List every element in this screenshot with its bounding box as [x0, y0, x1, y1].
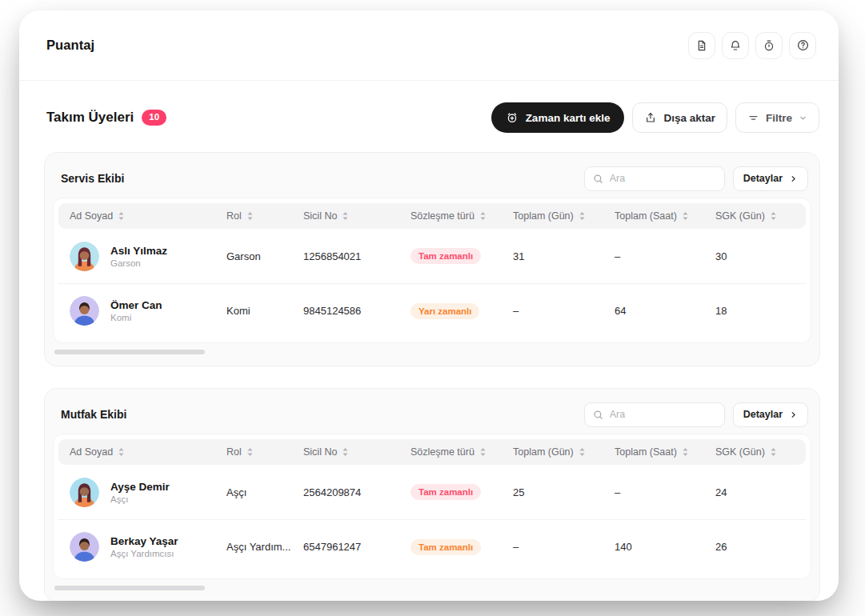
details-button[interactable]: Detaylar: [733, 166, 808, 191]
column-header-sozlesme-turu[interactable]: Sözleşme türü: [410, 446, 513, 458]
add-time-card-button[interactable]: Zaman kartı ekle: [491, 102, 625, 133]
column-header-toplam-gun[interactable]: Toplam (Gün): [513, 210, 615, 222]
table-panel: Ad Soyad Rol Sicil No Sözleşme türü Topl…: [53, 434, 811, 579]
sort-icon: [579, 211, 586, 221]
sgk-days-value: 30: [715, 250, 806, 262]
app-window: Puantaj Takım Üyeleri 10 Zaman kartı: [19, 10, 839, 601]
stopwatch-icon: [763, 39, 775, 52]
column-header-label: Ad Soyad: [70, 210, 113, 222]
sgk-days-value: 26: [715, 541, 806, 553]
contract-badge: Tam zamanlı: [410, 484, 481, 500]
column-header-rol[interactable]: Rol: [226, 210, 303, 222]
avatar: [70, 296, 99, 326]
column-header-label: Toplam (Gün): [513, 446, 574, 458]
header-icon-group: [688, 32, 816, 59]
avatar: [70, 532, 99, 562]
sort-icon: [246, 447, 254, 457]
table-header-row: Ad Soyad Rol Sicil No Sözleşme türü Topl…: [58, 203, 806, 229]
column-header-label: SGK (Gün): [715, 210, 765, 222]
section-card-mutfak-ekibi: Mutfak Ekibi Detaylar Ad Soyad Rol Sicil…: [44, 388, 820, 601]
search-icon: [592, 173, 604, 185]
scrollbar-thumb[interactable]: [54, 586, 205, 590]
help-button[interactable]: [789, 32, 816, 59]
filter-icon: [747, 112, 759, 124]
search-box: [584, 402, 725, 427]
details-label: Detaylar: [743, 409, 783, 420]
details-label: Detaylar: [743, 173, 783, 184]
total-days-value: 25: [513, 486, 615, 498]
avatar: [70, 478, 99, 507]
notifications-button[interactable]: [722, 32, 749, 59]
search-icon: [592, 409, 604, 421]
sicil-no-value: 1256854021: [303, 250, 410, 262]
toolbar: Takım Üyeleri 10 Zaman kartı ekle Dışa a…: [46, 102, 819, 133]
sort-icon: [682, 447, 689, 457]
sort-icon: [479, 211, 487, 221]
column-header-sgk-gun[interactable]: SGK (Gün): [715, 446, 806, 458]
column-header-sicil-no[interactable]: Sicil No: [303, 446, 410, 458]
column-header-toplam-saat[interactable]: Toplam (Saat): [615, 210, 715, 222]
horizontal-scrollbar[interactable]: [53, 579, 811, 595]
total-hours-value: 140: [615, 541, 715, 553]
sort-icon: [342, 211, 349, 221]
scrollbar-thumb[interactable]: [54, 350, 205, 354]
sicil-no-value: 6547961247: [303, 541, 410, 553]
total-days-value: –: [513, 541, 615, 553]
member-count-badge: 10: [142, 110, 166, 126]
document-button[interactable]: [688, 32, 715, 59]
export-button[interactable]: Dışa aktar: [632, 102, 727, 133]
column-header-toplam-gun[interactable]: Toplam (Gün): [513, 446, 615, 458]
help-icon: [796, 38, 810, 52]
search-input[interactable]: [584, 402, 725, 427]
chevron-down-icon: [799, 114, 807, 122]
table-row[interactable]: Ayşe Demir Aşçı Aşçı 2564209874 Tam zama…: [58, 465, 806, 519]
add-time-card-label: Zaman kartı ekle: [526, 112, 611, 124]
column-header-ad-soyad[interactable]: Ad Soyad: [70, 210, 226, 222]
search-box: [584, 166, 725, 191]
toolbar-actions: Zaman kartı ekle Dışa aktar Filtre: [491, 102, 819, 133]
search-input[interactable]: [584, 166, 725, 191]
column-header-sicil-no[interactable]: Sicil No: [303, 210, 410, 222]
chevron-right-icon: [789, 174, 798, 183]
column-header-ad-soyad[interactable]: Ad Soyad: [70, 446, 226, 458]
contract-badge: Yarı zamanlı: [410, 303, 479, 319]
column-header-label: Ad Soyad: [70, 446, 113, 458]
column-header-label: Sözleşme türü: [410, 446, 475, 458]
member-name: Aslı Yılmaz: [110, 245, 167, 257]
filter-label: Filtre: [766, 112, 792, 124]
sort-icon: [118, 447, 125, 457]
sort-icon: [246, 211, 254, 221]
sort-icon: [342, 447, 349, 457]
role-value: Garson: [226, 250, 303, 262]
toolbar-title-group: Takım Üyeleri 10: [46, 110, 166, 126]
total-days-value: –: [513, 305, 615, 317]
total-days-value: 31: [513, 250, 615, 262]
column-header-sozlesme-turu[interactable]: Sözleşme türü: [410, 210, 513, 222]
column-header-sgk-gun[interactable]: SGK (Gün): [715, 210, 806, 222]
filter-button[interactable]: Filtre: [735, 102, 819, 133]
chevron-right-icon: [789, 410, 798, 419]
section-header: Mutfak Ekibi Detaylar: [53, 395, 811, 434]
table-row[interactable]: Berkay Yaşar Aşçı Yardımcısı Aşçı Yardım…: [58, 519, 806, 574]
column-header-toplam-saat[interactable]: Toplam (Saat): [615, 446, 715, 458]
sgk-days-value: 24: [715, 486, 806, 498]
document-icon: [695, 39, 708, 52]
total-hours-value: –: [615, 250, 715, 262]
table-row[interactable]: Aslı Yılmaz Garson Garson 1256854021 Tam…: [58, 229, 806, 283]
details-button[interactable]: Detaylar: [733, 402, 808, 427]
timer-button[interactable]: [755, 32, 783, 59]
role-value: Aşçı Yardım...: [226, 541, 303, 553]
member-subtitle: Aşçı: [110, 494, 170, 504]
column-header-rol[interactable]: Rol: [226, 446, 303, 458]
column-header-label: Toplam (Gün): [513, 210, 574, 222]
column-header-label: SGK (Gün): [715, 446, 765, 458]
column-header-label: Rol: [226, 446, 242, 458]
sicil-no-value: 2564209874: [303, 486, 410, 498]
member-name: Ömer Can: [110, 299, 162, 311]
table-row[interactable]: Ömer Can Komi Komi 9845124586 Yarı zaman…: [58, 283, 806, 338]
app-header: Puantaj: [19, 10, 839, 81]
bell-icon: [729, 39, 742, 52]
horizontal-scrollbar[interactable]: [53, 343, 811, 359]
avatar: [70, 242, 99, 271]
column-header-label: Sözleşme türü: [410, 210, 475, 222]
